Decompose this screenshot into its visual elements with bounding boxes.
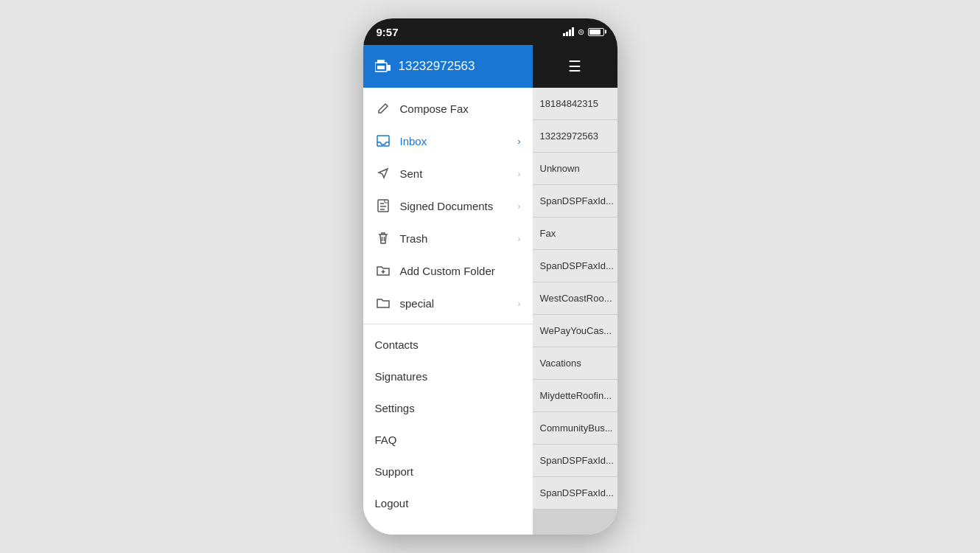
- svg-rect-1: [377, 66, 385, 69]
- status-icons: ⊜: [563, 27, 604, 37]
- sidebar-item-inbox[interactable]: Inbox ›: [363, 125, 533, 157]
- sidebar-item-add-custom-folder[interactable]: Add Custom Folder: [363, 254, 533, 287]
- sidebar-item-sent[interactable]: Sent ›: [363, 157, 533, 189]
- sidebar-item-label-compose-fax: Compose Fax: [400, 102, 521, 115]
- sidebar-item-label-inbox: Inbox: [400, 135, 518, 147]
- document-icon: [375, 198, 391, 214]
- chevron-right-icon-special: ›: [517, 298, 520, 309]
- signal-icon: [563, 27, 574, 36]
- pencil-icon: [375, 100, 391, 116]
- plain-menu-section: Contacts Signatures Settings FAQ Support…: [363, 324, 533, 524]
- folder-icon: [375, 295, 391, 311]
- phone-number: 13232972563: [399, 59, 475, 74]
- sidebar-item-logout[interactable]: Logout: [363, 487, 533, 519]
- sidebar-item-settings[interactable]: Settings: [363, 392, 533, 424]
- battery-icon: [588, 28, 604, 36]
- sidebar-item-special[interactable]: special ›: [363, 287, 533, 319]
- list-item[interactable]: Fax: [533, 218, 617, 250]
- list-item[interactable]: 18184842315: [533, 88, 617, 120]
- list-item[interactable]: SpanDSPFaxId...: [533, 445, 617, 477]
- phone-container: 9:57 ⊜: [363, 18, 617, 535]
- wifi-icon: ⊜: [578, 27, 584, 37]
- list-item[interactable]: CommunityBus...: [533, 412, 617, 445]
- fax-icon: [375, 60, 391, 73]
- chevron-right-icon-sent: ›: [517, 168, 520, 179]
- list-item[interactable]: Unknown: [533, 153, 617, 185]
- icon-menu-section: Compose Fax Inbox ›: [363, 88, 533, 324]
- sidebar-item-support[interactable]: Support: [363, 456, 533, 487]
- hamburger-icon[interactable]: ☰: [568, 58, 581, 75]
- list-item[interactable]: 13232972563: [533, 120, 617, 153]
- status-bar: 9:57 ⊜: [363, 18, 617, 45]
- list-item[interactable]: MiydetteRoofin...: [533, 380, 617, 412]
- svg-rect-2: [377, 60, 385, 63]
- chevron-right-icon-trash: ›: [517, 233, 520, 244]
- sidebar-item-label-signed-documents: Signed Documents: [400, 200, 518, 212]
- chevron-right-icon-inbox: ›: [517, 136, 520, 147]
- sidebar-item-compose-fax[interactable]: Compose Fax: [363, 92, 533, 125]
- list-item[interactable]: Vacations: [533, 347, 617, 380]
- list-item[interactable]: WePayYouCas...: [533, 315, 617, 347]
- right-panel: ☰ 18184842315 13232972563 Unknown SpanDS…: [533, 45, 617, 535]
- status-time: 9:57: [377, 26, 399, 38]
- sidebar: 13232972563 Compose Fax: [363, 45, 533, 535]
- right-list: 18184842315 13232972563 Unknown SpanDSPF…: [533, 88, 617, 509]
- list-item[interactable]: WestCoastRoo...: [533, 282, 617, 315]
- sidebar-item-label-special: special: [400, 297, 518, 310]
- list-item[interactable]: SpanDSPFaxId...: [533, 250, 617, 282]
- sidebar-header: 13232972563: [363, 45, 533, 88]
- right-topbar: ☰: [533, 45, 617, 88]
- sidebar-item-signed-documents[interactable]: Signed Documents ›: [363, 189, 533, 222]
- list-item[interactable]: SpanDSPFaxId...: [533, 477, 617, 509]
- sidebar-item-contacts[interactable]: Contacts: [363, 329, 533, 361]
- sidebar-item-label-add-custom-folder: Add Custom Folder: [400, 265, 521, 277]
- inbox-icon: [375, 133, 391, 149]
- sidebar-item-label-sent: Sent: [400, 167, 518, 180]
- main-content: 13232972563 Compose Fax: [363, 45, 617, 535]
- sidebar-item-label-trash: Trash: [400, 232, 518, 245]
- chevron-right-icon-signed-documents: ›: [517, 201, 520, 212]
- sidebar-item-signatures[interactable]: Signatures: [363, 361, 533, 392]
- list-item[interactable]: SpanDSPFaxId...: [533, 185, 617, 218]
- folder-plus-icon: [375, 262, 391, 279]
- sidebar-item-faq[interactable]: FAQ: [363, 424, 533, 456]
- sent-icon: [375, 165, 391, 181]
- trash-icon: [375, 230, 391, 246]
- sidebar-item-trash[interactable]: Trash ›: [363, 222, 533, 254]
